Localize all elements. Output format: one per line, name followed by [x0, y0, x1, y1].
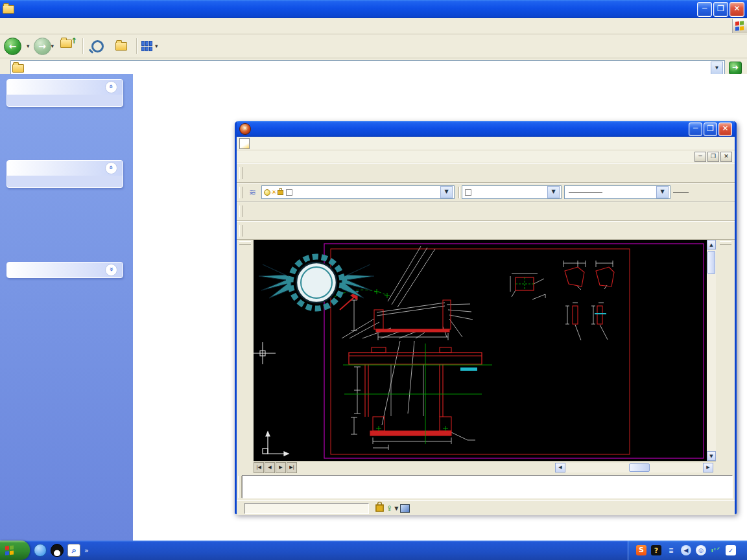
explorer-menubar [0, 18, 747, 34]
vertical-scrollbar[interactable]: ▲ ▼ [707, 240, 716, 461]
mdi-minimize-button[interactable]: ─ [694, 152, 706, 162]
lock-icon[interactable] [375, 504, 384, 511]
quicklaunch-search-icon[interactable]: ⌕ [67, 544, 80, 557]
explorer-sidebar: « « « [0, 74, 133, 541]
tray-sogou-icon[interactable]: S [636, 545, 646, 555]
drawing-canvas[interactable] [254, 240, 707, 461]
scroll-down-icon[interactable]: ▼ [707, 451, 716, 461]
layer-dropdown-icon[interactable]: ▼ [440, 186, 453, 198]
clean-screen-icon[interactable] [400, 504, 410, 513]
status-dropdown-icon[interactable]: ▼ [394, 506, 398, 511]
linetype-dropdown-icon[interactable]: ▼ [656, 186, 669, 198]
collapse-chevron-icon[interactable]: « [105, 81, 117, 93]
forward-dropdown-icon[interactable]: ▾ [51, 43, 54, 49]
cad-close-button[interactable]: ✕ [718, 122, 732, 136]
scroll-up-icon[interactable]: ▲ [707, 240, 716, 250]
windows-logo [732, 19, 747, 33]
layers-toolbar: ≋ ☀ ▼ ▼ ▼ [237, 183, 735, 202]
layer-properties-icon[interactable]: ≋ [246, 186, 259, 199]
custom-toolbar-2 [237, 221, 735, 240]
cad-menubar-2: ─ ❐ ✕ [237, 150, 735, 163]
layer-on-icon[interactable] [264, 189, 270, 196]
standard-toolbar [237, 163, 735, 183]
panel-other-places-header[interactable]: « [7, 161, 123, 176]
cad-window: ✳ ─ ❐ ✕ ─ ❐ ✕ ≋ ☀ ▼ [235, 121, 737, 514]
search-icon[interactable] [91, 40, 104, 52]
collapse-chevron-icon[interactable]: « [105, 162, 117, 174]
views-dropdown-icon[interactable]: ▾ [155, 43, 158, 49]
tray-stack-icon[interactable]: ≣ [666, 545, 676, 555]
up-folder-icon[interactable]: ↑ [60, 40, 76, 52]
panel-details-header[interactable]: « [7, 262, 123, 277]
hscroll-thumb[interactable] [629, 463, 650, 472]
scroll-left-icon[interactable]: ◀ [555, 463, 565, 472]
cad-app-icon: ✳ [239, 123, 251, 135]
cad-minimize-button[interactable]: ─ [689, 122, 702, 136]
go-button[interactable]: ➜ [729, 62, 744, 75]
linetype-select[interactable]: ▼ [564, 185, 670, 199]
draw-toolbar [237, 240, 254, 473]
tab-first-icon[interactable]: |◀ [254, 462, 264, 473]
quicklaunch-360-icon[interactable] [34, 544, 47, 557]
tray-360-icon[interactable]: ◎ [696, 545, 706, 555]
cad-statusbar: ⇪ ▼ [237, 500, 735, 515]
color-dropdown-icon[interactable]: ▼ [547, 186, 560, 198]
mdi-restore-button[interactable]: ❐ [707, 152, 719, 162]
taskbar: ⌕ » S ? ≣ ◀ ◎ ıᶦ⸍ ✓ [0, 541, 747, 560]
panel-file-tasks: « [6, 79, 123, 107]
back-icon[interactable]: ← [4, 38, 21, 55]
scroll-right-icon[interactable]: ▶ [703, 463, 713, 472]
expand-chevron-icon[interactable]: « [105, 264, 117, 276]
color-select[interactable]: ▼ [462, 185, 562, 199]
command-line-area [237, 473, 735, 500]
panel-file-tasks-header[interactable]: « [7, 80, 123, 95]
command-input[interactable] [242, 475, 733, 498]
tray-help-icon[interactable]: ? [651, 545, 661, 555]
go-icon: ➜ [729, 62, 742, 75]
layer-color-swatch [286, 189, 292, 196]
start-flag-icon [5, 545, 15, 556]
explorer-window-icon [3, 5, 14, 14]
panel-details: « [6, 262, 123, 278]
quicklaunch-qq-icon[interactable] [51, 544, 64, 557]
toolbar-unlock-icon[interactable]: ⇪ [386, 504, 392, 513]
system-tray: S ? ≣ ◀ ◎ ıᶦ⸍ ✓ [628, 541, 747, 560]
explorer-minimize-button[interactable]: ─ [697, 2, 712, 17]
layer-freeze-icon[interactable]: ☀ [271, 189, 277, 196]
custom-toolbar-1 [237, 202, 735, 221]
mdi-close-button[interactable]: ✕ [720, 152, 732, 162]
tab-next-icon[interactable]: ▶ [276, 462, 286, 473]
layer-lock-icon[interactable] [278, 190, 283, 195]
address-dropdown-icon[interactable]: ▼ [711, 62, 723, 75]
tray-collapse-icon[interactable]: ◀ [681, 545, 691, 555]
document-icon [239, 138, 250, 149]
explorer-close-button[interactable]: ✕ [729, 2, 744, 17]
tab-last-icon[interactable]: ▶| [287, 462, 297, 473]
layer-select[interactable]: ☀ ▼ [261, 185, 455, 199]
vscroll-thumb[interactable] [707, 251, 715, 274]
layout-tab-bar: |◀ ◀ ▶ ▶| ◀ ▶ [254, 461, 716, 473]
explorer-titlebar: ─ ❐ ✕ [0, 0, 747, 18]
quicklaunch-overflow-icon[interactable]: » [84, 546, 89, 555]
folders-icon[interactable] [115, 42, 127, 51]
tray-thunder-icon[interactable]: ✓ [726, 545, 736, 555]
explorer-toolbar: ← ▾ → ▾ ↑ ▾ [0, 34, 747, 58]
horizontal-scrollbar[interactable]: ◀ ▶ [555, 463, 713, 472]
views-icon[interactable] [141, 41, 153, 51]
coordinates-display [244, 503, 369, 514]
modify-toolbar [716, 240, 735, 473]
tab-prev-icon[interactable]: ◀ [265, 462, 275, 473]
start-button[interactable] [0, 541, 30, 560]
cad-maximize-button[interactable]: ❐ [704, 122, 717, 136]
tray-network-icon[interactable]: ıᶦ⸍ [711, 545, 721, 555]
cad-menubar [237, 137, 735, 150]
explorer-restore-button[interactable]: ❐ [713, 2, 728, 17]
cad-titlebar: ✳ ─ ❐ ✕ [237, 121, 735, 137]
forward-icon[interactable]: → [34, 38, 51, 55]
panel-other-places: « [6, 160, 123, 188]
back-dropdown-icon[interactable]: ▾ [27, 43, 30, 49]
